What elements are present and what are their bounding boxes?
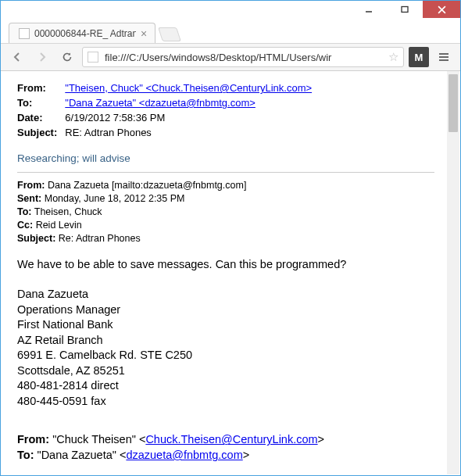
qh-sent-value: Monday, June 18, 2012 2:35 PM — [45, 193, 185, 204]
header-to-label: To: — [17, 95, 65, 110]
separator — [17, 172, 434, 173]
window-minimize-button[interactable] — [351, 1, 387, 18]
t2-from-close: > — [318, 433, 324, 446]
t2-to-name: "Dana Zazueta" < — [38, 449, 127, 461]
url-input[interactable] — [103, 51, 384, 64]
sig-phone-fax: 480-445-0591 fax — [17, 394, 434, 410]
window-maximize-button[interactable] — [387, 1, 423, 18]
t2-from-name: "Chuck Theisen" < — [52, 433, 145, 446]
page-viewport: From: "Theisen, Chuck" <Chuck.Theisen@Ce… — [2, 71, 459, 474]
header-from-label: From: — [17, 81, 65, 95]
t2-to-email-link[interactable]: dzazueta@fnbmtg.com — [126, 449, 242, 461]
sig-title: Operations Manager — [17, 302, 434, 318]
sig-name: Dana Zazueta — [17, 287, 434, 302]
signature-block: Dana Zazueta Operations Manager First Na… — [17, 287, 434, 410]
t2-to-label: To: — [17, 449, 34, 461]
header-to-link[interactable]: "Dana Zazueta" <dzazueta@fnbmtg.com> — [65, 97, 256, 109]
browser-toolbar: ☆ M — [1, 43, 460, 71]
header-date-value: 6/19/2012 7:58:36 PM — [65, 110, 312, 125]
sig-branch: AZ Retail Branch — [17, 333, 434, 349]
chrome-menu-button[interactable] — [434, 47, 454, 67]
qh-from-value: Dana Zazueta [mailto:dzazueta@fnbmtg.com… — [48, 180, 246, 191]
qh-cc-label: Cc: — [17, 220, 33, 231]
tab-strip: 0000006844-RE_ Adtran Ph × — [1, 20, 460, 43]
vertical-scrollbar[interactable] — [447, 71, 459, 474]
email-content: From: "Theisen, Chuck" <Chuck.Theisen@Ce… — [2, 71, 447, 474]
reload-button[interactable] — [57, 47, 77, 67]
t2-to-close: > — [243, 449, 249, 461]
header-date-label: Date: — [17, 110, 65, 125]
sig-org: First National Bank — [17, 317, 434, 333]
prior-thread-header: From: "Chuck Theisen" <Chuck.Theisen@Cen… — [17, 432, 434, 463]
back-button[interactable] — [7, 47, 27, 67]
quoted-body: We have to be able to save messages. Can… — [17, 257, 434, 273]
header-subject-value: RE: Adtran Phones — [65, 125, 312, 140]
tab-close-icon[interactable]: × — [141, 28, 147, 39]
sig-addr1: 6991 E. Camelback Rd. STE C250 — [17, 348, 434, 363]
t2-from-email-link[interactable]: Chuck.Theisen@CenturyLink.com — [145, 433, 317, 446]
extension-button[interactable]: M — [409, 47, 429, 67]
qh-subject-value: Re: Adtran Phones — [59, 233, 141, 244]
qh-cc-value: Reid Levin — [36, 220, 82, 231]
page-icon — [88, 52, 98, 63]
quoted-header: From: Dana Zazueta [mailto:dzazueta@fnbm… — [17, 179, 434, 245]
scroll-thumb[interactable] — [448, 74, 458, 132]
t2-from-label: From: — [17, 433, 49, 446]
address-bar[interactable]: ☆ — [82, 47, 404, 67]
qh-to-value: Theisen, Chuck — [34, 206, 102, 217]
email-header-table: From: "Theisen, Chuck" <Chuck.Theisen@Ce… — [17, 81, 312, 140]
qh-subject-label: Subject: — [17, 233, 55, 244]
bookmark-star-icon[interactable]: ☆ — [388, 50, 398, 64]
header-from-link[interactable]: "Theisen, Chuck" <Chuck.Theisen@CenturyL… — [65, 82, 312, 94]
forward-button[interactable] — [32, 47, 52, 67]
header-subject-label: Subject: — [17, 125, 65, 140]
qh-to-label: To: — [17, 206, 32, 217]
svg-rect-1 — [402, 7, 408, 13]
qh-sent-label: Sent: — [17, 193, 41, 204]
browser-tab[interactable]: 0000006844-RE_ Adtran Ph × — [9, 23, 155, 43]
window-close-button[interactable] — [423, 1, 460, 18]
new-tab-button[interactable] — [158, 27, 181, 41]
sig-phone-direct: 480-481-2814 direct — [17, 378, 434, 394]
email-body-top: Researching; will advise — [17, 152, 434, 164]
qh-from-label: From: — [17, 180, 45, 191]
file-icon — [19, 28, 30, 39]
sig-addr2: Scottsdale, AZ 85251 — [17, 363, 434, 379]
tab-title: 0000006844-RE_ Adtran Ph — [34, 28, 136, 39]
